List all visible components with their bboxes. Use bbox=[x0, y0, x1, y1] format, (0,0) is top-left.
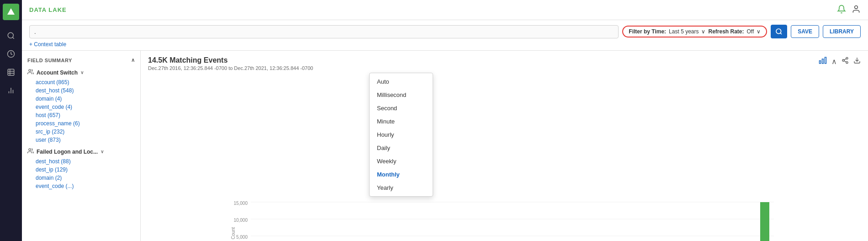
field-process-name[interactable]: process_name (6) bbox=[36, 119, 135, 128]
field-src-ip[interactable]: src_ip (232) bbox=[36, 128, 135, 136]
chart-bar-last bbox=[760, 202, 769, 241]
field-user[interactable]: user (873) bbox=[36, 136, 135, 144]
nav-table-icon[interactable] bbox=[3, 64, 19, 80]
dropdown-daily[interactable]: Daily bbox=[370, 141, 433, 155]
field-account[interactable]: account (865) bbox=[36, 78, 135, 86]
top-bar-right bbox=[837, 5, 861, 15]
chart-area: 14.5K Matching Events Dec.27th 2016, 12:… bbox=[141, 51, 868, 241]
dropdown-hourly[interactable]: Hourly bbox=[370, 128, 433, 141]
app-title: DATA LAKE bbox=[29, 6, 67, 13]
field-group-account-switch-title[interactable]: Account Switch ∨ bbox=[22, 67, 140, 78]
nav-search-icon[interactable] bbox=[3, 27, 19, 44]
svg-point-21 bbox=[846, 62, 848, 64]
field-summary-title: FIELD SUMMARY bbox=[27, 58, 72, 63]
failed-logon-label: Failed Logon and Loc... bbox=[37, 149, 98, 155]
field-group-failed-logon-title[interactable]: Failed Logon and Loc... ∨ bbox=[22, 146, 140, 157]
filter-time-label: Filter by Time: bbox=[629, 28, 666, 35]
svg-line-13 bbox=[780, 33, 782, 34]
field-dest-host[interactable]: dest_host (548) bbox=[36, 86, 135, 95]
refresh-rate-value: Off bbox=[747, 28, 754, 35]
search-row: . Filter by Time: Last 5 years ∨ Refresh… bbox=[29, 25, 861, 38]
field-domain-2[interactable]: domain (2) bbox=[36, 174, 135, 182]
user-icon[interactable] bbox=[852, 5, 861, 15]
svg-line-23 bbox=[844, 59, 847, 60]
nav-history-icon[interactable] bbox=[3, 46, 19, 62]
bell-icon[interactable] bbox=[837, 5, 846, 15]
svg-point-19 bbox=[846, 57, 848, 59]
save-button[interactable]: SAVE bbox=[791, 25, 819, 38]
chart-title-block: 14.5K Matching Events Dec.27th 2016, 12:… bbox=[148, 56, 313, 71]
failed-logon-fields: dest_host (88) dest_ip (129) domain (2) … bbox=[22, 157, 140, 190]
time-range: Dec.27th 2016, 12:36:25.844 -0700 to Dec… bbox=[148, 65, 313, 71]
account-switch-fields: account (865) dest_host (548) domain (4)… bbox=[22, 78, 140, 144]
svg-rect-17 bbox=[822, 59, 824, 64]
chart-header: 14.5K Matching Events Dec.27th 2016, 12:… bbox=[141, 51, 868, 73]
left-nav bbox=[0, 0, 22, 241]
field-event-code-2[interactable]: event_code (...) bbox=[36, 182, 135, 190]
svg-point-20 bbox=[842, 59, 844, 61]
svg-text:5,000: 5,000 bbox=[236, 235, 248, 240]
svg-text:15,000: 15,000 bbox=[233, 201, 248, 206]
account-switch-chevron: ∨ bbox=[80, 70, 84, 75]
bar-chart-icon[interactable] bbox=[819, 56, 827, 66]
matching-events: 14.5K Matching Events bbox=[148, 56, 313, 64]
dropdown-second[interactable]: Second bbox=[370, 102, 433, 115]
chart-container: 15,000 10,000 5,000 0 Count bbox=[141, 197, 868, 241]
filter-time-wrap[interactable]: Filter by Time: Last 5 years ∨ Refresh R… bbox=[622, 26, 767, 37]
field-group-failed-logon: Failed Logon and Loc... ∨ dest_host (88)… bbox=[22, 146, 140, 190]
search-button[interactable] bbox=[771, 25, 787, 38]
dropdown-millisecond[interactable]: Millisecond bbox=[370, 88, 433, 102]
refresh-chevron-icon: ∨ bbox=[757, 28, 761, 35]
field-event-code[interactable]: event_code (4) bbox=[36, 103, 135, 111]
chart-actions: ∧ bbox=[819, 56, 861, 66]
svg-line-22 bbox=[844, 61, 847, 62]
refresh-rate-label: Refresh Rate: bbox=[708, 28, 744, 35]
context-table-link[interactable]: + Context table bbox=[29, 41, 66, 48]
dropdown-minute[interactable]: Minute bbox=[370, 115, 433, 128]
search-area: . Filter by Time: Last 5 years ∨ Refresh… bbox=[22, 20, 868, 48]
dropdown-weekly[interactable]: Weekly bbox=[370, 155, 433, 168]
svg-rect-4 bbox=[8, 69, 14, 75]
search-query: . bbox=[34, 28, 36, 35]
svg-line-2 bbox=[12, 37, 14, 38]
field-host[interactable]: host (657) bbox=[36, 111, 135, 119]
collapse-chart-icon[interactable]: ∧ bbox=[831, 57, 837, 66]
failed-logon-chevron: ∨ bbox=[101, 149, 104, 154]
app-logo bbox=[3, 4, 19, 20]
time-view-dropdown: Auto Millisecond Second Minute Hourly Da… bbox=[369, 73, 433, 197]
svg-point-15 bbox=[29, 149, 31, 151]
svg-rect-16 bbox=[825, 57, 826, 64]
field-domain[interactable]: domain (4) bbox=[36, 95, 135, 103]
account-switch-label: Account Switch bbox=[37, 70, 78, 76]
svg-text:Count: Count bbox=[231, 227, 236, 239]
svg-marker-0 bbox=[7, 8, 15, 15]
field-summary-header: FIELD SUMMARY ∧ bbox=[22, 55, 140, 67]
chart-svg: 15,000 10,000 5,000 0 Count bbox=[148, 197, 861, 241]
svg-text:10,000: 10,000 bbox=[233, 218, 248, 223]
users-icon-1 bbox=[27, 69, 34, 76]
svg-rect-18 bbox=[820, 61, 821, 64]
download-icon[interactable] bbox=[853, 57, 861, 66]
body-layout: FIELD SUMMARY ∧ Account Switch ∨ bbox=[22, 51, 868, 241]
svg-point-14 bbox=[29, 70, 31, 72]
filter-chevron-icon: ∨ bbox=[701, 28, 705, 35]
users-icon-2 bbox=[27, 148, 34, 155]
search-input-wrap[interactable]: . bbox=[29, 25, 619, 38]
field-dest-ip[interactable]: dest_ip (129) bbox=[36, 166, 135, 174]
svg-point-1 bbox=[8, 32, 13, 38]
dropdown-monthly[interactable]: Monthly bbox=[370, 168, 433, 181]
field-group-account-switch: Account Switch ∨ account (865) dest_host… bbox=[22, 67, 140, 144]
field-dest-host-2[interactable]: dest_host (88) bbox=[36, 157, 135, 166]
dropdown-yearly[interactable]: Yearly bbox=[370, 181, 433, 194]
sidebar: FIELD SUMMARY ∧ Account Switch ∨ bbox=[22, 51, 141, 241]
svg-point-12 bbox=[776, 29, 781, 34]
svg-point-11 bbox=[855, 6, 858, 9]
library-button[interactable]: LIBRARY bbox=[823, 25, 861, 38]
nav-chart-icon[interactable] bbox=[3, 82, 19, 99]
dropdown-auto[interactable]: Auto bbox=[370, 75, 433, 88]
collapse-icon[interactable]: ∧ bbox=[131, 57, 135, 63]
share-icon[interactable] bbox=[842, 57, 849, 66]
top-bar: DATA LAKE bbox=[22, 0, 868, 20]
main-content: DATA LAKE . Filter by Time: bbox=[22, 0, 868, 241]
filter-time-value: Last 5 years bbox=[669, 28, 699, 35]
